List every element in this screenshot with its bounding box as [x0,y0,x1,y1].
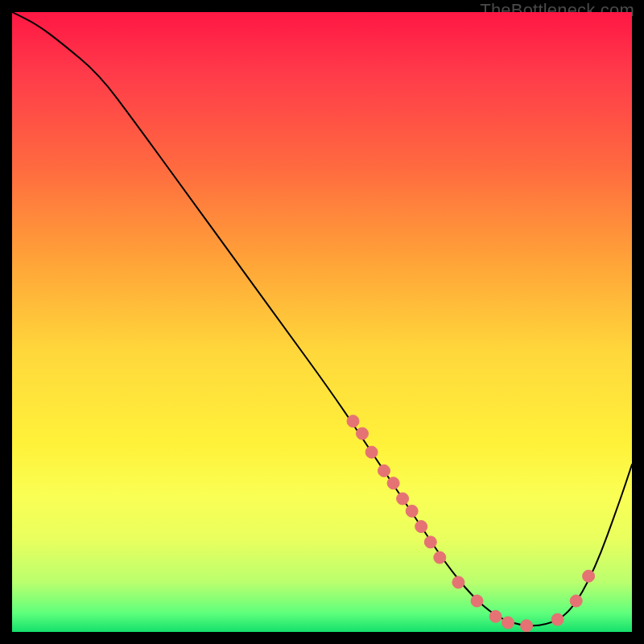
highlighted-point [365,446,378,458]
chart-svg-layer [12,12,632,632]
highlighted-point [357,427,369,440]
highlighted-point [570,595,582,607]
highlighted-point [434,551,446,564]
bottleneck-chart [12,12,632,632]
highlighted-points-group [347,415,595,632]
highlighted-point [551,613,564,625]
highlighted-point [502,617,514,629]
highlighted-point [347,415,359,427]
highlighted-point [521,620,533,632]
highlighted-point [406,505,418,517]
highlighted-point [397,493,409,505]
highlighted-point [471,595,483,607]
highlighted-point [583,570,595,582]
highlighted-point [452,576,464,588]
highlighted-point [489,610,502,622]
highlighted-point [387,477,399,489]
highlighted-point [424,536,436,548]
bottleneck-curve-line [12,12,632,625]
highlighted-point [378,464,390,477]
highlighted-point [415,521,427,533]
